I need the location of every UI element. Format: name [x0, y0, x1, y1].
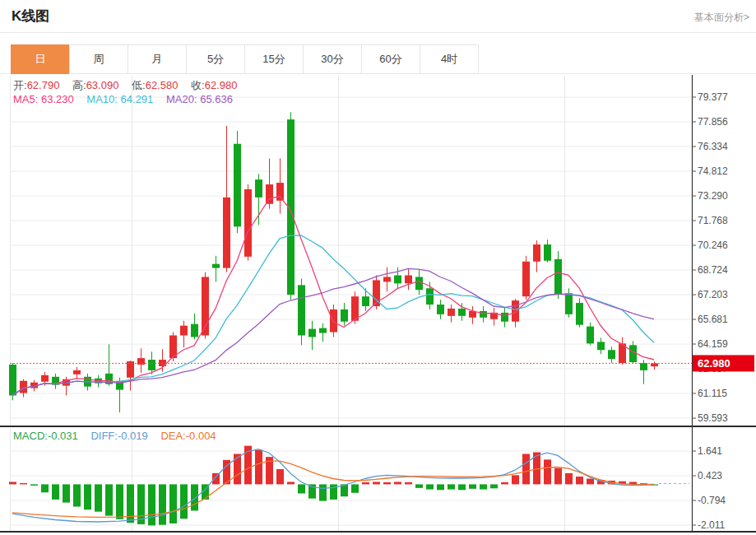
open-value: 62.790 — [27, 79, 60, 91]
ma10-value: 64.291 — [121, 93, 154, 105]
ma20-label: MA20: — [166, 93, 197, 105]
high-label: 高: — [72, 79, 86, 91]
tab-4hour[interactable]: 4时 — [420, 44, 479, 74]
page-title: K线图 — [12, 7, 49, 26]
dea-value: -0.004 — [186, 430, 216, 442]
macd-info-row: MACD:-0.031 DIFF:-0.019 DEA:-0.004 — [13, 430, 226, 442]
low-label: 低: — [132, 79, 146, 91]
main-chart-panel — [9, 76, 692, 426]
tab-15min[interactable]: 15分 — [244, 44, 304, 74]
ma10-item: MA10: 64.291 — [86, 93, 153, 105]
tab-month[interactable]: 月 — [128, 44, 187, 74]
svg-text:-2.011: -2.011 — [698, 519, 725, 531]
ma20-value: 65.636 — [200, 93, 233, 105]
high-value: 63.090 — [86, 79, 119, 91]
svg-text:74.812: 74.812 — [698, 165, 728, 177]
svg-text:68.724: 68.724 — [698, 264, 728, 276]
dea-item: DEA:-0.004 — [160, 430, 216, 442]
svg-text:76.334: 76.334 — [698, 141, 728, 152]
ma5-value: 63.230 — [41, 93, 74, 105]
macd-panel — [9, 428, 692, 531]
ma10-label: MA10: — [86, 93, 118, 105]
svg-text:64.159: 64.159 — [698, 338, 728, 350]
svg-text:67.203: 67.203 — [698, 289, 728, 300]
kline-page: K线图 基本面分析> 79.37777.85676.33474.81273.29… — [0, 0, 756, 535]
low-value: 62.580 — [146, 79, 179, 91]
close-label: 收: — [191, 79, 205, 91]
diff-item: DIFF:-0.019 — [90, 430, 147, 442]
dea-label: DEA: — [160, 430, 185, 442]
close-value: 62.980 — [205, 79, 238, 91]
svg-text:-0.794: -0.794 — [698, 495, 726, 506]
ma-info-row: MA5: 63.230 MA10: 64.291 MA20: 65.636 — [13, 93, 243, 105]
ohlc-info-row: 开:62.790 高:63.090 低:62.580 收:62.980 — [13, 78, 247, 93]
svg-text:70.246: 70.246 — [698, 240, 728, 251]
macd-label: MACD: — [13, 430, 48, 442]
svg-text:0.423: 0.423 — [698, 470, 722, 482]
svg-text:79.377: 79.377 — [698, 91, 728, 103]
svg-text:71.768: 71.768 — [698, 215, 728, 226]
ma20-item: MA20: 65.636 — [166, 93, 233, 105]
open-label: 开: — [13, 79, 27, 91]
diff-label: DIFF: — [90, 430, 118, 442]
diff-value: -0.019 — [118, 430, 148, 442]
svg-text:1.641: 1.641 — [698, 445, 722, 457]
timeframe-tabs: 日 周 月 5分 15分 30分 60分 4时 — [12, 44, 479, 74]
macd-value: -0.031 — [48, 430, 78, 442]
tab-week[interactable]: 周 — [69, 44, 128, 74]
svg-text:61.115: 61.115 — [698, 388, 727, 399]
svg-text:73.290: 73.290 — [698, 190, 728, 202]
svg-text:77.856: 77.856 — [698, 116, 728, 128]
tab-day[interactable]: 日 — [11, 44, 70, 74]
last-price-badge-text: 62.980 — [698, 357, 730, 370]
ma5-item: MA5: 63.230 — [13, 93, 74, 105]
svg-text:65.681: 65.681 — [698, 314, 728, 325]
macd-item: MACD:-0.031 — [13, 430, 78, 442]
tab-30min[interactable]: 30分 — [303, 44, 362, 74]
tab-60min[interactable]: 60分 — [361, 44, 420, 74]
tab-5min[interactable]: 5分 — [186, 44, 245, 74]
fundamental-analysis-link[interactable]: 基本面分析> — [694, 11, 749, 25]
ma5-label: MA5: — [13, 93, 38, 105]
svg-text:59.593: 59.593 — [698, 412, 728, 424]
